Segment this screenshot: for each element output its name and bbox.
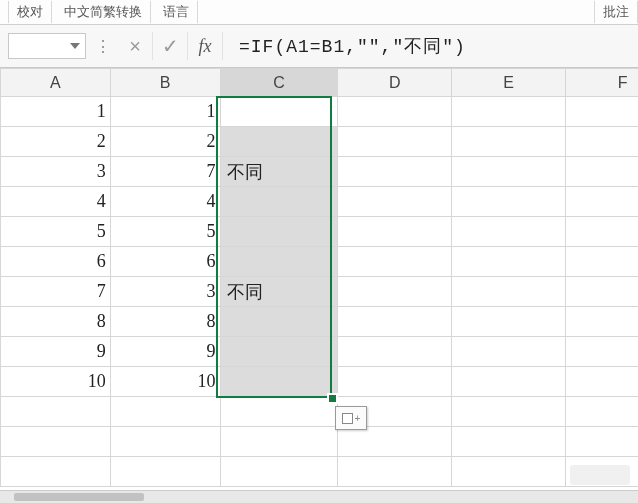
- column-header-row: A B C D E F: [1, 69, 639, 97]
- table-row: 4 4: [1, 187, 639, 217]
- table-row: 6 6: [1, 247, 639, 277]
- cell-D3[interactable]: [338, 157, 452, 187]
- x-icon: ×: [129, 35, 141, 58]
- cell-B9[interactable]: 9: [110, 337, 220, 367]
- table-row: 1 1: [1, 97, 639, 127]
- col-header-C[interactable]: C: [220, 69, 338, 97]
- cell-D7[interactable]: [338, 277, 452, 307]
- cell-E7[interactable]: [452, 277, 566, 307]
- cell-F6[interactable]: [566, 247, 638, 277]
- cell-F5[interactable]: [566, 217, 638, 247]
- table-row: 5 5: [1, 217, 639, 247]
- cell-C2[interactable]: [220, 127, 338, 157]
- table-row: [1, 397, 639, 427]
- check-icon: ✓: [162, 34, 179, 58]
- cell-F1[interactable]: [566, 97, 638, 127]
- cell-E1[interactable]: [452, 97, 566, 127]
- table-row: 7 3 不同: [1, 277, 639, 307]
- cell-A7[interactable]: 7: [1, 277, 111, 307]
- cell-D9[interactable]: [338, 337, 452, 367]
- ribbon-btn-language[interactable]: 语言: [155, 1, 198, 23]
- watermark: [570, 465, 630, 485]
- cell-A4[interactable]: 4: [1, 187, 111, 217]
- autofill-options-button[interactable]: +: [335, 406, 367, 430]
- cell-A5[interactable]: 5: [1, 217, 111, 247]
- cell-C7[interactable]: 不同: [220, 277, 338, 307]
- cell-C3[interactable]: 不同: [220, 157, 338, 187]
- col-header-D[interactable]: D: [338, 69, 452, 97]
- cell-E10[interactable]: [452, 367, 566, 397]
- cell-D10[interactable]: [338, 367, 452, 397]
- cell-C10[interactable]: [220, 367, 338, 397]
- col-header-A[interactable]: A: [1, 69, 111, 97]
- cell-E5[interactable]: [452, 217, 566, 247]
- cell-B7[interactable]: 3: [110, 277, 220, 307]
- cell-B5[interactable]: 5: [110, 217, 220, 247]
- enter-formula-button[interactable]: ✓: [153, 32, 188, 60]
- cell-C5[interactable]: [220, 217, 338, 247]
- cell-A3[interactable]: 3: [1, 157, 111, 187]
- cell-E4[interactable]: [452, 187, 566, 217]
- cell-F4[interactable]: [566, 187, 638, 217]
- ribbon-btn-annotate[interactable]: 批注: [594, 1, 638, 23]
- cell-E6[interactable]: [452, 247, 566, 277]
- ribbon-btn-proof[interactable]: 校对: [8, 1, 52, 23]
- cell-E9[interactable]: [452, 337, 566, 367]
- cell-F3[interactable]: [566, 157, 638, 187]
- chevron-down-icon[interactable]: [67, 38, 83, 54]
- cell-A10[interactable]: 10: [1, 367, 111, 397]
- col-header-F[interactable]: F: [566, 69, 638, 97]
- cell-F10[interactable]: [566, 367, 638, 397]
- cell-C4[interactable]: [220, 187, 338, 217]
- cell-C8[interactable]: [220, 307, 338, 337]
- table-row: 8 8: [1, 307, 639, 337]
- insert-function-button[interactable]: fx: [188, 32, 223, 60]
- table-row: 2 2: [1, 127, 639, 157]
- cell-C6[interactable]: [220, 247, 338, 277]
- cell-C1[interactable]: [220, 97, 338, 127]
- worksheet-grid[interactable]: A B C D E F 1 1 2 2: [0, 68, 638, 503]
- cell-E8[interactable]: [452, 307, 566, 337]
- ribbon-bar: 校对 中文简繁转换 语言 批注: [0, 0, 638, 25]
- kebab-icon[interactable]: ⋮: [92, 37, 114, 56]
- cell-F8[interactable]: [566, 307, 638, 337]
- cell-A1[interactable]: 1: [1, 97, 111, 127]
- ribbon-btn-convert[interactable]: 中文简繁转换: [56, 1, 151, 23]
- cell-B8[interactable]: 8: [110, 307, 220, 337]
- table-row: [1, 427, 639, 457]
- cell-D2[interactable]: [338, 127, 452, 157]
- cell-B4[interactable]: 4: [110, 187, 220, 217]
- cell-D6[interactable]: [338, 247, 452, 277]
- cell-A9[interactable]: 9: [1, 337, 111, 367]
- cell-D8[interactable]: [338, 307, 452, 337]
- cell-B2[interactable]: 2: [110, 127, 220, 157]
- col-header-E[interactable]: E: [452, 69, 566, 97]
- scrollbar-thumb[interactable]: [14, 493, 144, 501]
- cell-F9[interactable]: [566, 337, 638, 367]
- name-box[interactable]: [8, 33, 86, 59]
- cell-B3[interactable]: 7: [110, 157, 220, 187]
- cell-A2[interactable]: 2: [1, 127, 111, 157]
- cell-B10[interactable]: 10: [110, 367, 220, 397]
- formula-input[interactable]: =IF(A1=B1,"","不同"): [229, 32, 638, 60]
- cell-A8[interactable]: 8: [1, 307, 111, 337]
- cell-D5[interactable]: [338, 217, 452, 247]
- cell-F2[interactable]: [566, 127, 638, 157]
- cell-D4[interactable]: [338, 187, 452, 217]
- cancel-formula-button[interactable]: ×: [118, 32, 153, 60]
- cell-E2[interactable]: [452, 127, 566, 157]
- cell-C9[interactable]: [220, 337, 338, 367]
- col-header-B[interactable]: B: [110, 69, 220, 97]
- cell-F7[interactable]: [566, 277, 638, 307]
- cell-D1[interactable]: [338, 97, 452, 127]
- table-row: 9 9: [1, 337, 639, 367]
- cell-E3[interactable]: [452, 157, 566, 187]
- horizontal-scrollbar[interactable]: [0, 490, 638, 503]
- table-row: [1, 457, 639, 487]
- cell-B1[interactable]: 1: [110, 97, 220, 127]
- cell-A6[interactable]: 6: [1, 247, 111, 277]
- autofill-icon: [342, 413, 353, 424]
- table-row: 10 10: [1, 367, 639, 397]
- cell-B6[interactable]: 6: [110, 247, 220, 277]
- fx-icon: fx: [199, 36, 212, 57]
